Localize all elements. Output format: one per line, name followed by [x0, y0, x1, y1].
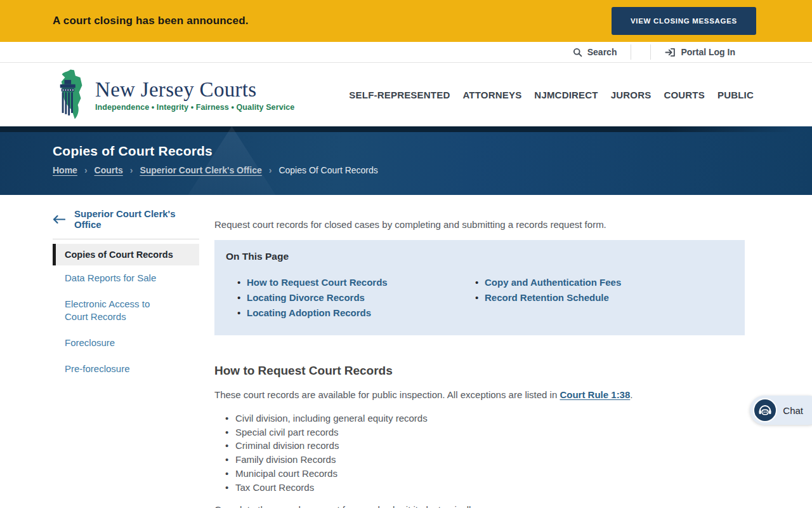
- brand-tagline: Independence • Integrity • Fairness • Qu…: [95, 103, 294, 112]
- sidebar-item-link[interactable]: Foreclosure: [65, 337, 199, 349]
- link-locating-divorce-records[interactable]: Locating Divorce Records: [247, 292, 365, 303]
- alert-message: A court closing has been announced.: [53, 15, 249, 27]
- breadcrumb: Home › Courts › Superior Court Clerk's O…: [53, 165, 759, 175]
- list-item: Tax Court Records: [235, 481, 745, 495]
- nj-state-icon: [56, 68, 89, 121]
- nav-njmcdirect[interactable]: NJMCDIRECT: [534, 90, 598, 100]
- sidebar-item-data-reports-for-sale: Data Reports for Sale: [53, 265, 199, 291]
- alert-banner: A court closing has been announced. VIEW…: [0, 0, 812, 42]
- list-item: Family division Records: [235, 453, 745, 467]
- section-heading: How to Request Court Records: [214, 364, 745, 378]
- link-copy-and-authentication-fees[interactable]: Copy and Authentication Fees: [485, 277, 621, 288]
- content-area: Superior Court Clerk's Office Copies of …: [0, 195, 812, 508]
- main-nav: SELF-REPRESENTED ATTORNEYS NJMCDIRECT JU…: [349, 90, 754, 100]
- sidebar-back-label: Superior Court Clerk's Office: [74, 208, 199, 230]
- breadcrumb-courts[interactable]: Courts: [95, 165, 123, 175]
- sidebar-item-link[interactable]: Data Reports for Sale: [65, 272, 199, 284]
- nav-jurors[interactable]: JURORS: [611, 90, 652, 100]
- section-paragraph-period: .: [630, 389, 632, 400]
- on-this-page-columns: How to Request Court Records Locating Di…: [226, 275, 732, 321]
- njcourts-logo[interactable]: New Jersey Courts Independence • Integri…: [56, 68, 294, 121]
- brand-name: New Jersey Courts: [95, 78, 294, 101]
- list-item: Locating Adoption Records: [247, 305, 475, 321]
- view-closing-messages-button[interactable]: VIEW CLOSING MESSAGES: [612, 7, 756, 35]
- link-record-retention-schedule[interactable]: Record Retention Schedule: [485, 292, 609, 303]
- breadcrumb-home[interactable]: Home: [53, 165, 77, 175]
- hero-top-strip: [0, 126, 812, 132]
- sidebar-divider: [53, 239, 199, 239]
- main-content: Request court records for closed cases b…: [214, 195, 745, 508]
- record-types-list: Civil division, including general equity…: [214, 411, 745, 494]
- nav-self-represented[interactable]: SELF-REPRESENTED: [349, 90, 450, 100]
- sidebar-item-foreclosure: Foreclosure: [53, 330, 199, 356]
- on-this-page-title: On This Page: [226, 251, 732, 262]
- closing-paragraph: Complete the records request form and su…: [214, 503, 745, 508]
- portal-login-button[interactable]: Portal Log In: [651, 42, 749, 62]
- chevron-right-icon: ›: [130, 165, 133, 175]
- site-header: New Jersey Courts Independence • Integri…: [0, 63, 812, 126]
- chat-bot-icon: [753, 398, 777, 422]
- sidebar-item-pre-foreclosure: Pre-foreclosure: [53, 356, 199, 382]
- section-paragraph-text: These court records are available for pu…: [214, 389, 560, 400]
- chevron-right-icon: ›: [84, 165, 88, 175]
- sidebar-item-copies-of-court-records[interactable]: Copies of Court Records: [53, 244, 199, 265]
- on-this-page-list-left: How to Request Court Records Locating Di…: [226, 275, 475, 321]
- page: A court closing has been announced. VIEW…: [0, 0, 812, 508]
- list-item: How to Request Court Records: [247, 275, 475, 290]
- portal-login-label: Portal Log In: [681, 47, 735, 57]
- list-item: Civil division, including general equity…: [235, 411, 745, 425]
- search-icon: [573, 48, 582, 57]
- nav-attorneys[interactable]: ATTORNEYS: [462, 90, 521, 100]
- search-button[interactable]: Search: [559, 42, 631, 62]
- court-rule-link[interactable]: Court Rule 1:38: [560, 389, 630, 400]
- link-locating-adoption-records[interactable]: Locating Adoption Records: [247, 307, 371, 318]
- list-item: Criminal division records: [235, 439, 745, 453]
- list-item: Copy and Authentication Fees: [485, 275, 732, 290]
- sidebar-back-link[interactable]: Superior Court Clerk's Office: [53, 207, 199, 239]
- login-icon: [665, 48, 676, 57]
- breadcrumb-current: Copies Of Court Records: [278, 165, 377, 175]
- sidebar-item-link[interactable]: Pre-foreclosure: [65, 363, 199, 375]
- list-item: Record Retention Schedule: [485, 290, 732, 305]
- chat-button[interactable]: Chat: [750, 396, 812, 425]
- hero-banner: Copies of Court Records Home › Courts › …: [0, 126, 812, 195]
- on-this-page-box: On This Page How to Request Court Record…: [214, 240, 745, 335]
- chevron-right-icon: ›: [269, 165, 272, 175]
- nav-courts[interactable]: COURTS: [664, 90, 705, 100]
- utility-bar: Search Portal Log In: [0, 42, 812, 63]
- sidebar-item-link[interactable]: Electronic Access to Court Records: [65, 298, 176, 323]
- back-arrow-icon: [53, 215, 65, 224]
- on-this-page-list-right: Copy and Authentication Fees Record Rete…: [475, 275, 732, 321]
- list-item: Locating Divorce Records: [247, 290, 475, 305]
- intro-paragraph: Request court records for closed cases b…: [214, 218, 745, 231]
- breadcrumb-superior-court-clerks-office[interactable]: Superior Court Clerk's Office: [140, 165, 261, 175]
- section-paragraph: These court records are available for pu…: [214, 388, 745, 401]
- sidebar-item-electronic-access: Electronic Access to Court Records: [53, 291, 199, 330]
- link-how-to-request-court-records[interactable]: How to Request Court Records: [247, 277, 388, 288]
- nav-public[interactable]: PUBLIC: [717, 90, 754, 100]
- chat-label: Chat: [783, 405, 803, 416]
- list-item: Municipal court Records: [235, 467, 745, 481]
- sidebar: Superior Court Clerk's Office Copies of …: [53, 195, 199, 508]
- utility-gap: [631, 42, 650, 62]
- list-item: Special civil part records: [235, 425, 745, 439]
- sidebar-menu: Copies of Court Records Data Reports for…: [53, 244, 199, 382]
- search-label: Search: [587, 47, 617, 57]
